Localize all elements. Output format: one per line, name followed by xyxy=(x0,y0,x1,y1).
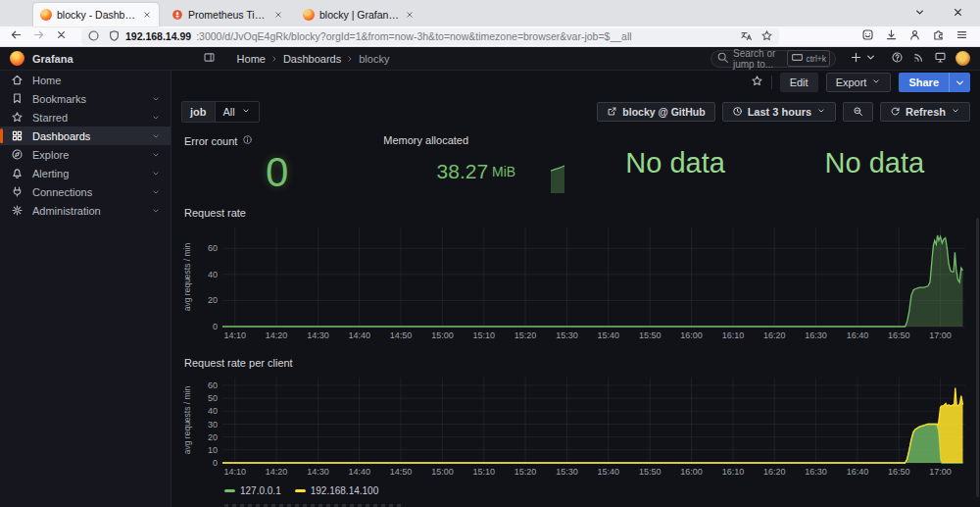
extensions-icon[interactable] xyxy=(932,27,945,45)
scrollbar-track[interactable] xyxy=(976,218,979,497)
search-input[interactable]: Search or jump to... ctrl+k xyxy=(710,50,836,68)
browser-tab-0[interactable]: blocky - Dashboards - Gr xyxy=(33,3,159,26)
bookmark-star-icon[interactable] xyxy=(760,29,773,44)
x-tick-label: 14:50 xyxy=(390,467,413,477)
panel-error-count[interactable]: Error count 0 xyxy=(179,128,374,197)
panel-no-data-1[interactable]: No data xyxy=(578,128,773,197)
zoom-out-icon xyxy=(853,106,863,117)
chevron-down-icon xyxy=(151,206,161,216)
sidebar-item-starred[interactable]: Starred xyxy=(0,108,171,127)
x-tick-label: 15:30 xyxy=(556,467,578,477)
variable-job-dropdown[interactable]: job All xyxy=(181,101,260,123)
new-tab-button[interactable] xyxy=(421,3,443,25)
download-icon[interactable] xyxy=(885,27,898,45)
help-icon[interactable] xyxy=(891,50,904,68)
new-menu-button[interactable] xyxy=(850,50,877,68)
x-tick-label: 14:10 xyxy=(223,330,246,340)
x-tick-label: 17:00 xyxy=(929,467,952,477)
y-tick-label: 20 xyxy=(208,295,218,305)
sidebar-item-bookmarks[interactable]: Bookmarks xyxy=(0,89,171,108)
y-tick-label: 50 xyxy=(208,393,218,403)
chevron-right-icon xyxy=(345,54,355,64)
breadcrumb-item[interactable]: Home xyxy=(237,53,266,65)
translate-icon[interactable] xyxy=(740,29,753,44)
sidebar-item-alerting[interactable]: Alerting xyxy=(0,164,171,182)
news-icon[interactable] xyxy=(912,50,925,68)
request-rate-per-client-chart[interactable]: 14:1014:2014:3014:4014:5015:0015:1015:20… xyxy=(179,372,972,480)
chevron-down-icon xyxy=(864,51,877,64)
series-line-requests xyxy=(222,235,963,327)
breadcrumb-item[interactable]: Dashboards xyxy=(283,53,341,65)
browser-tab-1[interactable]: Prometheus Time Series xyxy=(165,3,290,26)
panel-request-rate[interactable]: Request rate 14:1014:2014:3014:4014:5015… xyxy=(172,203,980,347)
external-link-icon xyxy=(607,106,617,119)
reload-icon[interactable] xyxy=(55,27,68,45)
y-tick-label: 0 xyxy=(213,458,218,468)
x-tick-label: 15:30 xyxy=(556,330,578,340)
kiosk-icon[interactable] xyxy=(934,50,947,68)
share-button[interactable]: Share xyxy=(899,73,970,92)
sidebar-item-label: Dashboards xyxy=(32,130,90,142)
window-close-icon[interactable] xyxy=(952,5,964,23)
request-rate-chart[interactable]: 14:1014:2014:3014:4014:5015:0015:1015:20… xyxy=(179,222,972,343)
repo-link-button[interactable]: blocky @ GitHub xyxy=(597,102,714,122)
tab-title: blocky | Grafana Labs xyxy=(319,9,400,21)
share-caret-icon[interactable] xyxy=(949,73,970,92)
legend-item[interactable]: 192.168.14.100 xyxy=(295,485,379,496)
x-tick-label: 15:10 xyxy=(473,330,496,340)
stats-row: Error count 0 Memory allocated 38.27MiB … xyxy=(172,128,980,197)
edit-button[interactable]: Edit xyxy=(780,73,818,92)
variable-label: job xyxy=(182,102,215,122)
refresh-button[interactable]: Refresh xyxy=(880,102,970,122)
download-icon xyxy=(885,28,898,41)
menu-icon[interactable] xyxy=(956,27,968,45)
x-tick-label: 16:40 xyxy=(847,467,869,477)
account-icon[interactable] xyxy=(908,27,921,45)
panel-memory-allocated[interactable]: Memory allocated 38.27MiB xyxy=(378,128,573,197)
stat-value: 0 xyxy=(266,149,288,196)
sidebar-item-dashboards[interactable]: Dashboards xyxy=(0,127,171,145)
panel-request-rate-per-client[interactable]: Request rate per client 14:1014:2014:301… xyxy=(172,353,980,496)
sidebar-item-explore[interactable]: Explore xyxy=(0,145,171,164)
sidebar-item-connections[interactable]: Connections xyxy=(0,182,171,201)
x-tick-label: 15:50 xyxy=(639,467,662,477)
firefox-view-button[interactable] xyxy=(6,3,31,25)
y-axis-label: avg requests / min xyxy=(182,386,192,455)
refresh-icon xyxy=(890,106,901,117)
favorite-star-icon[interactable] xyxy=(751,74,763,91)
x-tick-label: 14:10 xyxy=(223,467,246,477)
tab-list-chevron-icon[interactable] xyxy=(913,5,926,23)
forward-icon xyxy=(32,28,45,41)
panel-no-data-2[interactable]: No data xyxy=(777,128,972,197)
external-link-icon xyxy=(607,106,617,117)
series-area-192.168.14.100 xyxy=(222,388,963,464)
browser-tab-2[interactable]: blocky | Grafana Labs xyxy=(296,3,421,26)
avatar[interactable] xyxy=(956,51,970,66)
legend-item[interactable]: 127.0.0.1 xyxy=(224,485,281,496)
chevron-down-icon xyxy=(151,187,161,197)
mega-menu-toggle-icon[interactable] xyxy=(203,50,216,68)
no-data-text: No data xyxy=(625,147,725,179)
info-icon[interactable] xyxy=(242,134,253,147)
sidebar-item-label: Starred xyxy=(32,112,68,124)
kiosk-icon xyxy=(934,51,947,64)
breadcrumb-item[interactable]: blocky xyxy=(359,53,389,65)
grafana-logo[interactable] xyxy=(10,51,24,66)
translate-icon xyxy=(740,29,753,42)
forward-icon[interactable] xyxy=(32,27,45,45)
sidebar: HomeBookmarksStarredDashboardsExploreAle… xyxy=(0,71,172,507)
zoom-out-button[interactable] xyxy=(843,102,873,122)
shield-icon[interactable] xyxy=(108,29,121,44)
sidebar-item-home[interactable]: Home xyxy=(0,71,171,89)
permissions-icon[interactable] xyxy=(87,29,100,44)
time-range-picker[interactable]: Last 3 hours xyxy=(722,102,836,122)
x-tick-label: 14:30 xyxy=(307,330,329,340)
back-icon[interactable] xyxy=(10,27,23,45)
export-button[interactable]: Export xyxy=(826,73,892,92)
url-bar[interactable]: 192.168.14.99:3000/d/JvOqE4gRk/blocky?or… xyxy=(81,28,779,45)
apps-icon xyxy=(11,129,24,142)
url-host: 192.168.14.99 xyxy=(125,30,191,42)
pocket-icon[interactable] xyxy=(861,27,874,45)
permissions-icon xyxy=(87,29,100,42)
sidebar-item-administration[interactable]: Administration xyxy=(0,201,171,220)
